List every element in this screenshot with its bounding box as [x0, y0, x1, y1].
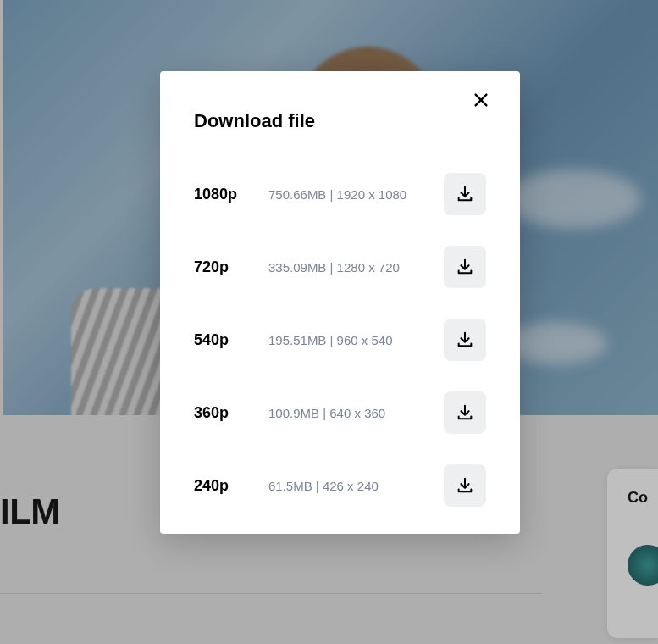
file-meta: 61.5MB | 426 x 240	[268, 479, 379, 493]
download-option: 540p195.51MB | 960 x 540	[194, 319, 486, 361]
file-meta: 100.9MB | 640 x 360	[268, 406, 385, 420]
resolution-label: 720p	[194, 258, 241, 276]
file-meta: 335.09MB | 1280 x 720	[268, 260, 400, 275]
resolution-label: 240p	[194, 477, 241, 495]
resolution-label: 540p	[194, 331, 241, 349]
download-button[interactable]	[444, 319, 486, 361]
download-button[interactable]	[444, 391, 486, 434]
download-option: 240p61.5MB | 426 x 240	[194, 464, 486, 507]
file-meta: 750.66MB | 1920 x 1080	[268, 187, 406, 202]
download-option: 360p100.9MB | 640 x 360	[194, 391, 486, 434]
download-icon	[456, 258, 474, 276]
download-icon	[456, 476, 474, 495]
resolution-label: 360p	[194, 404, 241, 422]
file-meta: 195.51MB | 960 x 540	[268, 333, 393, 347]
download-modal: Download file 1080p750.66MB | 1920 x 108…	[160, 71, 520, 534]
close-button[interactable]	[467, 86, 495, 114]
download-icon	[456, 403, 474, 422]
modal-title: Download file	[194, 95, 486, 132]
resolution-label: 1080p	[194, 186, 241, 203]
download-option: 720p335.09MB | 1280 x 720	[194, 246, 486, 288]
download-button[interactable]	[444, 173, 486, 215]
download-option: 1080p750.66MB | 1920 x 1080	[194, 173, 486, 215]
download-button[interactable]	[444, 246, 486, 288]
download-icon	[456, 330, 474, 349]
close-icon	[472, 91, 490, 109]
download-icon	[456, 185, 474, 203]
download-button[interactable]	[444, 464, 486, 507]
